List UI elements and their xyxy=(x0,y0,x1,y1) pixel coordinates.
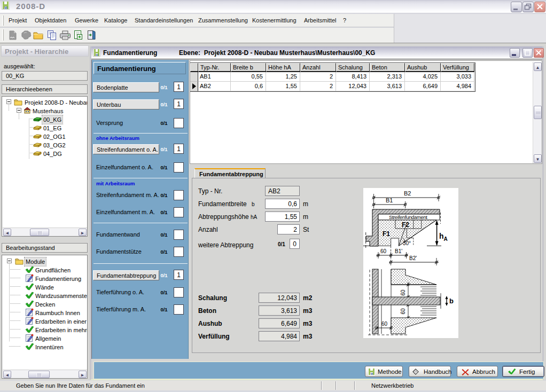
svg-text:Streifenfundament: Streifenfundament xyxy=(389,214,427,220)
svg-text:F1: F1 xyxy=(383,230,390,238)
svg-text:B2: B2 xyxy=(404,190,411,197)
svg-text:B2': B2' xyxy=(409,255,417,261)
svg-text:B1: B1 xyxy=(386,197,393,203)
svg-text:F2: F2 xyxy=(402,221,409,229)
svg-text:M: M xyxy=(371,372,373,375)
svg-text:A: A xyxy=(444,236,448,242)
svg-text:h: h xyxy=(439,232,444,240)
svg-text:B1': B1' xyxy=(395,248,402,254)
svg-text:60: 60 xyxy=(400,289,406,296)
svg-text:60: 60 xyxy=(400,308,406,315)
svg-text:b: b xyxy=(449,297,454,305)
svg-text:30°: 30° xyxy=(403,240,411,246)
svg-text:60: 60 xyxy=(380,248,387,254)
svg-text:60: 60 xyxy=(381,321,388,327)
